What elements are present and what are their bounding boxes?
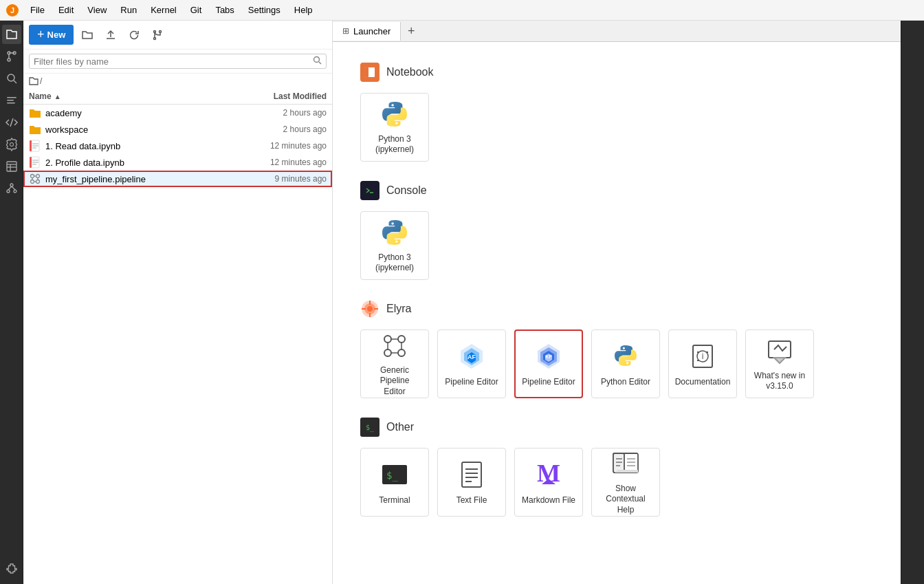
file-name: 2. Profile data.ipynb <box>45 158 244 168</box>
search-input-wrap[interactable] <box>29 54 327 69</box>
file-name: my_first_pipeline.pipeline <box>45 174 244 184</box>
python-editor-icon <box>609 340 642 373</box>
menu-view[interactable]: View <box>82 3 112 17</box>
new-tab-button[interactable]: + <box>401 21 421 41</box>
launcher-card-python-editor[interactable]: Python Editor <box>591 329 660 398</box>
svg-text:KF: KF <box>545 354 552 359</box>
card-label: Markdown File <box>522 495 575 506</box>
list-item[interactable]: 1. Read data.ipynb 12 minutes ago <box>23 138 332 154</box>
elyra-cards: Generic PipelineEditor AF Pipeli <box>360 329 873 398</box>
menubar: J File Edit View Run Kernel Git Tabs Set… <box>0 0 924 21</box>
sidebar-item-extensions[interactable] <box>2 559 21 578</box>
file-modified: 12 minutes ago <box>244 141 327 151</box>
whats-new-icon <box>763 336 796 367</box>
sidebar-item-nodes[interactable] <box>2 179 21 198</box>
svg-point-38 <box>31 175 34 178</box>
list-item[interactable]: academy 2 hours ago <box>23 105 332 121</box>
menu-edit[interactable]: Edit <box>53 3 79 17</box>
launcher-card-contextual-help[interactable]: ShowContextual Help <box>591 448 660 517</box>
search-input[interactable] <box>34 56 313 67</box>
console-section: Console Python 3(ipykernel) <box>360 181 873 280</box>
svg-point-23 <box>160 30 162 32</box>
launcher-card-documentation[interactable]: i Documentation <box>668 329 737 398</box>
file-modified: 9 minutes ago <box>244 174 327 184</box>
other-section-label: Other <box>386 421 414 433</box>
sidebar-item-settings[interactable] <box>2 135 21 154</box>
text-file-icon <box>455 458 488 491</box>
git-button[interactable] <box>148 25 167 45</box>
svg-line-8 <box>14 80 16 83</box>
menu-settings[interactable]: Settings <box>243 3 286 17</box>
col-modified-header: Last Modified <box>244 91 327 101</box>
console-section-header: Console <box>360 181 873 200</box>
svg-text:$_: $_ <box>386 470 398 482</box>
sidebar-item-code[interactable] <box>2 113 21 132</box>
new-button[interactable]: + New <box>29 25 74 45</box>
open-folder-button[interactable] <box>78 25 97 45</box>
launcher-card-whats-new[interactable]: What's new inv3.15.0 <box>745 329 814 398</box>
tab-label: Launcher <box>353 26 390 36</box>
new-button-label: New <box>47 30 66 40</box>
card-label: Python Editor <box>601 377 650 388</box>
menu-run[interactable]: Run <box>115 3 142 17</box>
card-label: ShowContextual Help <box>597 484 654 516</box>
svg-rect-10 <box>7 100 14 101</box>
sidebar-item-table[interactable] <box>2 157 21 176</box>
markdown-icon: M <box>532 458 565 491</box>
launcher-card-python3-console[interactable]: Python 3(ipykernel) <box>360 211 429 280</box>
card-label: Generic PipelineEditor <box>366 365 423 398</box>
launcher-card-text-file[interactable]: Text File <box>437 448 506 517</box>
svg-point-40 <box>31 180 34 184</box>
svg-rect-11 <box>7 102 15 104</box>
launcher-card-airflow-pipeline[interactable]: AF Pipeline Editor <box>437 329 506 398</box>
menu-kernel[interactable]: Kernel <box>145 3 182 17</box>
other-cards: $_ Terminal <box>360 448 873 517</box>
elyra-section: Elyra <box>360 299 873 398</box>
menu-git[interactable]: Git <box>185 3 208 17</box>
card-label: Python 3(ipykernel) <box>375 134 414 155</box>
svg-rect-78 <box>769 341 791 358</box>
card-label: Pipeline Editor <box>522 377 575 388</box>
menu-help[interactable]: Help <box>289 3 318 17</box>
menu-tabs[interactable]: Tabs <box>210 3 239 17</box>
svg-marker-79 <box>774 358 785 363</box>
file-list: academy 2 hours ago workspace 2 hours ag… <box>23 105 332 584</box>
console-cards: Python 3(ipykernel) <box>360 211 873 280</box>
svg-point-24 <box>154 37 156 39</box>
launcher-card-generic-pipeline[interactable]: Generic PipelineEditor <box>360 329 429 398</box>
sidebar-item-files[interactable] <box>2 25 21 44</box>
launcher-card-kubeflow-pipeline[interactable]: KF Pipeline Editor <box>514 329 583 398</box>
notebook-section: Notebook Python 3(ipykernel) <box>360 63 873 162</box>
card-label: Terminal <box>379 495 410 506</box>
launcher-card-terminal[interactable]: $_ Terminal <box>360 448 429 517</box>
file-name: academy <box>45 108 244 118</box>
python-icon <box>378 99 411 130</box>
refresh-button[interactable] <box>124 25 144 45</box>
upload-button[interactable] <box>101 25 120 45</box>
file-modified: 2 hours ago <box>244 108 327 118</box>
launcher-card-markdown[interactable]: M Markdown File <box>514 448 583 517</box>
notebook-cards: Python 3(ipykernel) <box>360 93 873 162</box>
breadcrumb: / <box>23 74 332 89</box>
svg-rect-34 <box>30 157 32 168</box>
list-item[interactable]: 2. Profile data.ipynb 12 minutes ago <box>23 154 332 171</box>
terminal-icon: $_ <box>378 458 411 491</box>
col-name-header[interactable]: Name ▲ <box>29 91 244 101</box>
tab-icon: ⊞ <box>342 26 349 36</box>
list-item[interactable]: workspace 2 hours ago <box>23 121 332 138</box>
menu-file[interactable]: File <box>25 3 50 17</box>
pipeline-icon <box>29 173 41 185</box>
launcher-card-python3-notebook[interactable]: Python 3(ipykernel) <box>360 93 429 162</box>
svg-rect-91 <box>613 453 624 473</box>
svg-rect-84 <box>462 462 481 487</box>
sidebar-item-git[interactable] <box>2 47 21 66</box>
python-icon <box>378 217 411 248</box>
tab-launcher[interactable]: ⊞ Launcher <box>333 22 401 41</box>
sidebar-item-search[interactable] <box>2 69 21 88</box>
svg-line-12 <box>10 118 13 127</box>
file-toolbar: + New <box>23 21 332 50</box>
list-item[interactable]: my_first_pipeline.pipeline 9 minutes ago <box>23 171 332 187</box>
sidebar-item-commands[interactable] <box>2 91 21 110</box>
svg-point-4 <box>8 58 10 61</box>
svg-text:AF: AF <box>468 354 476 360</box>
